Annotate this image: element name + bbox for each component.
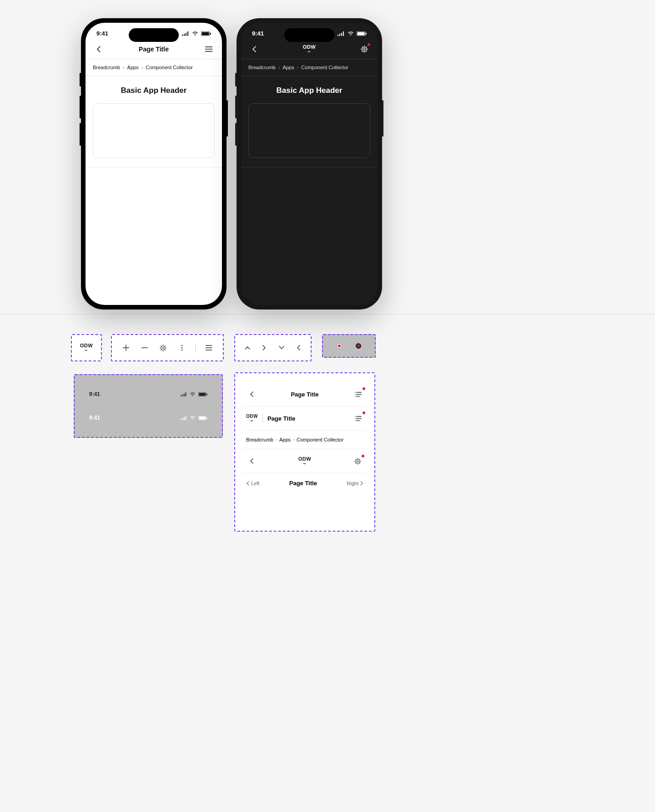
wifi-icon [192, 31, 198, 36]
cellular-icon [182, 31, 189, 36]
component-group-logo: ODW [71, 334, 102, 361]
svg-rect-0 [182, 35, 183, 36]
svg-rect-24 [186, 392, 186, 396]
svg-rect-9 [341, 33, 342, 36]
nav-left-button[interactable]: Left [246, 481, 259, 486]
chevron-down-icon [279, 346, 284, 350]
back-button[interactable] [246, 456, 257, 467]
breadcrumb-item[interactable]: Breadcrumb [248, 65, 276, 70]
svg-point-16 [161, 345, 165, 350]
wifi-icon [348, 31, 354, 36]
breadcrumb-item[interactable]: Component Collector [146, 65, 192, 70]
chevron-left-icon [297, 345, 300, 350]
app-header: ODW [241, 40, 378, 59]
chevron-up-icon [245, 346, 250, 350]
cellular-icon [181, 416, 187, 420]
plus-icon [123, 345, 129, 351]
up-button[interactable] [242, 342, 253, 353]
nav-left-label: Left [251, 481, 259, 486]
settings-button[interactable] [353, 456, 363, 467]
svg-point-42 [357, 461, 358, 462]
content-section: Basic App Header [241, 76, 378, 167]
badge-indicator-dark[interactable] [356, 343, 361, 349]
status-time: 9:41 [252, 30, 264, 37]
wifi-icon [190, 392, 196, 396]
back-button[interactable] [249, 44, 259, 54]
svg-rect-5 [202, 32, 209, 35]
phone-side-button [80, 123, 81, 146]
breadcrumb-item[interactable]: Apps [127, 65, 139, 70]
logo: ODW [246, 414, 258, 423]
breadcrumb-item[interactable]: Apps [279, 437, 291, 442]
svg-point-37 [355, 396, 356, 397]
chevron-left-icon [246, 481, 249, 486]
menu-button[interactable] [353, 389, 363, 400]
back-button[interactable] [94, 44, 104, 54]
breadcrumb-item[interactable]: Breadcrumb [246, 437, 273, 442]
chevron-right-icon: › [293, 437, 294, 442]
chevron-right-icon: › [141, 65, 143, 70]
phone-light: 9:41 Page Title Breadcrumb › Apps › Comp… [81, 18, 227, 310]
svg-rect-33 [199, 416, 205, 419]
component-group-badges [322, 334, 376, 358]
svg-rect-2 [186, 33, 186, 36]
gear-icon [354, 458, 361, 465]
svg-rect-13 [366, 33, 367, 35]
phone-side-button [227, 100, 228, 137]
svg-rect-3 [187, 31, 188, 36]
nav-right-button[interactable]: Right [347, 481, 363, 486]
prev-button[interactable] [293, 342, 304, 353]
remove-button[interactable] [139, 342, 150, 353]
menu-button[interactable] [353, 413, 363, 424]
svg-rect-6 [210, 33, 211, 35]
cellular-icon [338, 31, 345, 36]
more-button[interactable] [176, 342, 187, 353]
page-title: Page Title [139, 46, 169, 53]
svg-point-39 [355, 418, 356, 419]
svg-rect-34 [207, 417, 207, 419]
svg-point-17 [162, 347, 164, 349]
dynamic-island [129, 28, 179, 42]
header-variant-back-title-menu: Page Title [243, 382, 366, 406]
next-button[interactable] [259, 342, 270, 353]
notification-dot [368, 43, 370, 46]
svg-point-19 [181, 347, 183, 349]
header-variant-back-logo-settings: ODW [243, 449, 366, 473]
menu-button[interactable] [203, 342, 214, 353]
chevron-right-icon [262, 345, 266, 350]
add-button[interactable] [121, 342, 131, 353]
status-bar-light: 9:41 [89, 391, 207, 397]
badge-indicator-light[interactable] [337, 343, 342, 349]
svg-point-18 [181, 345, 183, 346]
breadcrumb-item[interactable]: Component Collector [301, 65, 348, 70]
breadcrumb-item[interactable]: Component Collector [297, 437, 343, 442]
svg-rect-12 [358, 32, 365, 35]
chevron-right-icon [360, 481, 363, 486]
notification-dot [363, 387, 365, 390]
phone-side-button [235, 73, 237, 86]
back-button[interactable] [246, 389, 257, 400]
settings-button[interactable] [158, 342, 169, 353]
logo: ODW [303, 45, 316, 54]
settings-button[interactable] [359, 44, 369, 54]
svg-point-41 [356, 459, 360, 463]
breadcrumb-item[interactable]: Breadcrumb [93, 65, 120, 70]
svg-rect-31 [186, 416, 186, 420]
header-variant-logo-title-menu: ODW Page Title [243, 406, 366, 431]
cellular-icon [181, 392, 187, 396]
phone-dark: 9:41 ODW Breadcrumb › Apps › Component C… [237, 18, 382, 310]
chevron-left-icon [96, 46, 101, 52]
gear-icon [361, 46, 368, 53]
battery-icon [357, 31, 367, 36]
svg-point-14 [362, 47, 367, 51]
page-title: Page Title [289, 480, 317, 487]
down-button[interactable] [276, 342, 287, 353]
section-heading: Basic App Header [248, 86, 370, 95]
breadcrumb-item[interactable]: Apps [283, 65, 294, 70]
svg-point-35 [355, 392, 356, 393]
chevron-right-icon: › [123, 65, 125, 70]
vertical-divider [262, 414, 263, 422]
menu-button[interactable] [204, 44, 214, 54]
section-divider [0, 314, 655, 315]
vertical-divider [195, 344, 196, 352]
